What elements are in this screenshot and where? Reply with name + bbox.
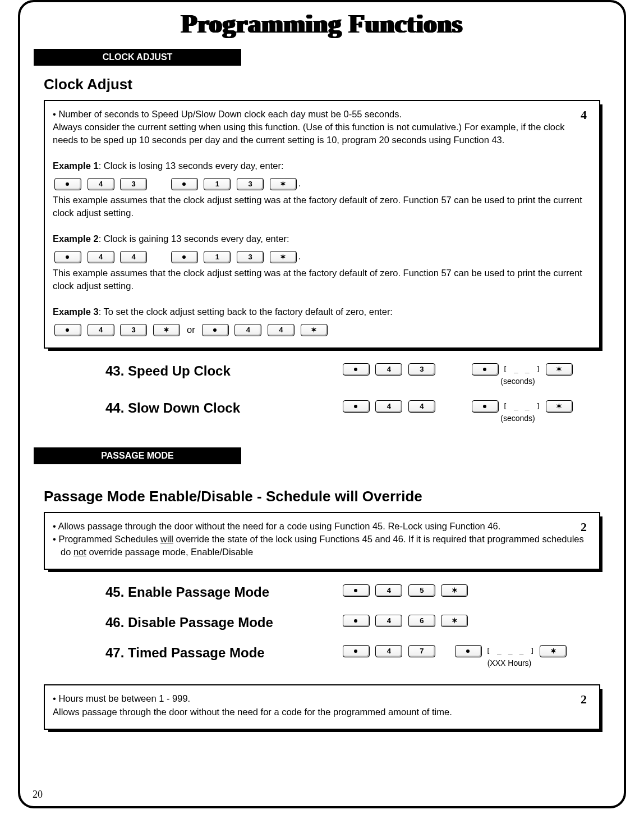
key-star: ✶ xyxy=(540,645,567,657)
key-3: 3 xyxy=(120,324,147,336)
section-tab-passage: PASSAGE MODE xyxy=(34,447,241,464)
function-43-title: 43. Speed Up Clock xyxy=(44,363,341,379)
function-44-entry: [ _ _ ] ✶ (seconds) xyxy=(470,400,600,423)
function-47-entry: [ _ _ _ ] ✶ (XXX Hours) xyxy=(453,645,600,667)
function-45-row: 45. Enable Passage Mode 4 5 ✶ xyxy=(44,584,600,600)
corner-number: 2 xyxy=(581,691,587,708)
corner-number: 2 xyxy=(581,519,587,536)
key-1: 1 xyxy=(204,178,231,190)
key-4: 4 xyxy=(375,400,402,413)
key-4: 4 xyxy=(88,178,114,190)
prog-key-icon xyxy=(343,645,370,657)
prog-key-icon xyxy=(343,400,370,413)
key-3: 3 xyxy=(237,178,264,190)
info-box-clock: 4 • Number of seconds to Speed Up/Slow D… xyxy=(44,100,600,349)
prog-key-icon xyxy=(343,615,370,627)
function-44-row: 44. Slow Down Clock 4 4 [ _ _ ] ✶ (secon… xyxy=(44,400,600,423)
page-frame: Programming Functions CLOCK ADJUST Clock… xyxy=(18,0,626,808)
page-title: Programming Functions xyxy=(34,9,610,39)
clock-intro: • Number of seconds to Speed Up/Slow Dow… xyxy=(53,108,591,147)
key-star: ✶ xyxy=(441,584,468,597)
function-47-code: 4 7 xyxy=(341,645,453,657)
prog-key-icon xyxy=(54,178,81,190)
function-46-code: 4 6 ✶ xyxy=(341,615,470,627)
key-4: 4 xyxy=(375,645,402,657)
key-4: 4 xyxy=(120,251,147,263)
key-6: 6 xyxy=(408,615,435,627)
key-3: 3 xyxy=(120,178,147,190)
example-1-keys: 4 3 1 3 ✶. xyxy=(53,177,591,190)
function-43-entry: [ _ _ ] ✶ (seconds) xyxy=(470,363,600,386)
key-star: ✶ xyxy=(153,324,180,336)
key-3: 3 xyxy=(237,251,264,263)
corner-number: 4 xyxy=(581,107,587,124)
function-44-code: 4 4 xyxy=(341,400,470,413)
prog-key-icon xyxy=(343,584,370,597)
key-4: 4 xyxy=(408,400,435,413)
prog-key-icon xyxy=(472,400,499,413)
key-4: 4 xyxy=(88,251,114,263)
key-4: 4 xyxy=(375,615,402,627)
hours-bullet: • Hours must be between 1 - 999. Allows … xyxy=(53,692,591,718)
function-46-title: 46. Disable Passage Mode xyxy=(44,615,341,630)
example-2-note: This example assumes that the clock adju… xyxy=(53,267,591,292)
example-3: Example 3: To set the clock adjust setti… xyxy=(53,305,591,318)
key-7: 7 xyxy=(408,645,435,657)
example-3-keys: 4 3 ✶ or 4 4 ✶ xyxy=(53,323,591,337)
key-4: 4 xyxy=(268,324,295,336)
heading-clock-adjust: Clock Adjust xyxy=(44,76,610,93)
key-1: 1 xyxy=(204,251,231,263)
prog-key-icon xyxy=(54,251,81,263)
info-box-passage: 2 • Allows passage through the door with… xyxy=(44,512,600,570)
function-43-row: 43. Speed Up Clock 4 3 [ _ _ ] ✶ (second… xyxy=(44,363,600,386)
function-43-code: 4 3 xyxy=(341,363,470,376)
key-star: ✶ xyxy=(270,178,297,190)
key-4: 4 xyxy=(234,324,261,336)
prog-key-icon xyxy=(171,178,198,190)
seconds-caption: (seconds) xyxy=(470,414,565,423)
info-box-hours: 2 • Hours must be between 1 - 999. Allow… xyxy=(44,684,600,729)
passage-bullet-1: • Allows passage through the door withou… xyxy=(53,520,591,533)
key-star: ✶ xyxy=(546,363,573,376)
section-tab-clock: CLOCK ADJUST xyxy=(34,49,241,66)
page-number: 20 xyxy=(33,789,43,801)
prog-key-icon xyxy=(455,645,482,657)
key-4: 4 xyxy=(375,584,402,597)
example-1-note: This example assumes that the clock adju… xyxy=(53,194,591,219)
key-star: ✶ xyxy=(546,400,573,413)
example-2: Example 2: Clock is gaining 13 seconds e… xyxy=(53,232,591,245)
prog-key-icon xyxy=(343,363,370,376)
hours-caption: (XXX Hours) xyxy=(453,658,565,667)
prog-key-icon xyxy=(472,363,499,376)
key-4: 4 xyxy=(375,363,402,376)
key-3: 3 xyxy=(408,363,435,376)
function-45-code: 4 5 ✶ xyxy=(341,584,470,597)
key-star: ✶ xyxy=(270,251,297,263)
function-46-row: 46. Disable Passage Mode 4 6 ✶ xyxy=(44,615,600,630)
passage-bullet-2: • Programmed Schedules will override the… xyxy=(53,533,591,559)
prog-key-icon xyxy=(171,251,198,263)
function-45-title: 45. Enable Passage Mode xyxy=(44,584,341,600)
key-star: ✶ xyxy=(301,324,328,336)
key-5: 5 xyxy=(408,584,435,597)
example-2-keys: 4 4 1 3 ✶. xyxy=(53,250,591,263)
prog-key-icon xyxy=(202,324,229,336)
example-1: Example 1: Clock is losing 13 seconds ev… xyxy=(53,159,591,172)
function-47-row: 47. Timed Passage Mode 4 7 [ _ _ _ ] ✶ (… xyxy=(44,645,600,667)
key-star: ✶ xyxy=(441,615,468,627)
function-44-title: 44. Slow Down Clock xyxy=(44,400,341,416)
heading-passage-mode: Passage Mode Enable/Disable - Schedule w… xyxy=(44,488,610,505)
prog-key-icon xyxy=(54,324,81,336)
function-47-title: 47. Timed Passage Mode xyxy=(44,645,341,661)
seconds-caption: (seconds) xyxy=(470,377,565,386)
key-4: 4 xyxy=(88,324,114,336)
